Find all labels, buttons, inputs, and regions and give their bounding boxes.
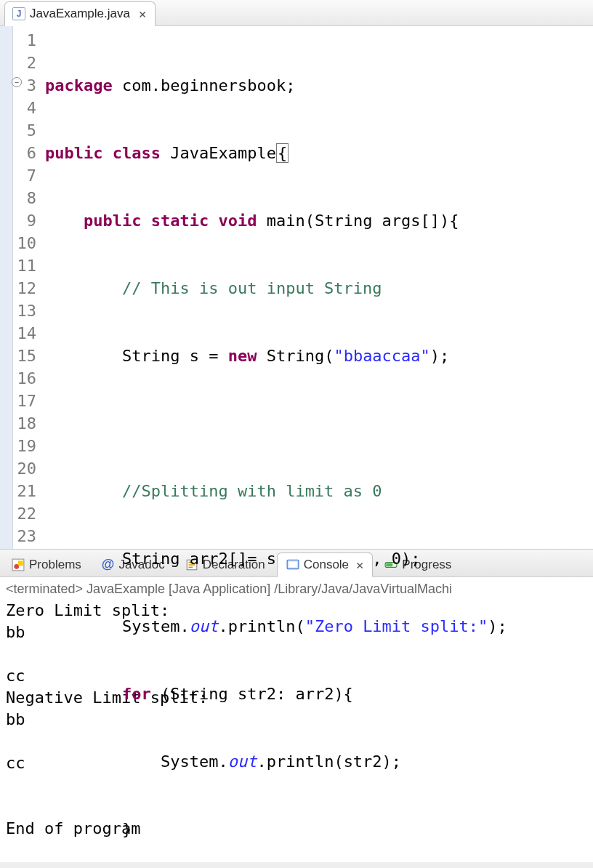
marker-gutter: −	[0, 26, 13, 549]
line-number: 4	[13, 97, 36, 119]
code-line: package com.beginnersbook;	[45, 74, 593, 97]
code-area[interactable]: package com.beginnersbook; public class …	[41, 26, 593, 549]
line-number: 23	[13, 525, 36, 547]
svg-rect-2	[18, 560, 23, 566]
line-number: 7	[13, 164, 36, 187]
line-number: 16	[13, 367, 36, 390]
line-number: 9	[13, 209, 36, 232]
line-number: 6	[13, 142, 36, 164]
problems-icon	[12, 558, 25, 571]
svg-rect-5	[289, 562, 296, 568]
code-line: public class JavaExample{	[45, 142, 593, 164]
code-line: for (String str2: arr2){	[45, 683, 593, 705]
line-number: 17	[13, 390, 36, 412]
line-number: 15	[13, 345, 36, 367]
line-number-gutter: 1 2 3 4 5 6 7 8 9 10 11 12 13 14 15 16 1…	[13, 26, 41, 549]
code-line	[45, 412, 593, 435]
editor-area: − 1 2 3 4 5 6 7 8 9 10 11 12 13 14 15 16…	[0, 26, 593, 550]
line-number: 20	[13, 457, 36, 480]
line-number: 12	[13, 277, 36, 300]
line-number: 13	[13, 300, 36, 322]
line-number: 21	[13, 480, 36, 502]
java-file-icon: J	[12, 7, 25, 20]
line-number: 14	[13, 322, 36, 345]
code-line: public static void main(String args[]){	[45, 209, 593, 232]
line-number: 22	[13, 502, 36, 525]
line-number: 1	[13, 29, 36, 52]
fold-toggle-icon[interactable]: −	[12, 77, 22, 87]
tab-console[interactable]: Console ✕	[277, 552, 374, 577]
close-icon[interactable]: ✕	[356, 558, 363, 572]
line-number: 18	[13, 412, 36, 435]
line-number: 11	[13, 254, 36, 277]
line-number: 2	[13, 52, 36, 74]
line-number: 5	[13, 119, 36, 142]
code-line: }	[45, 818, 593, 840]
code-line: System.out.println(str2);	[45, 750, 593, 773]
line-number: 10	[13, 232, 36, 254]
code-line: String s = new String("bbaaccaa");	[45, 345, 593, 367]
code-line: //Splitting with limit as 0	[45, 480, 593, 502]
close-icon[interactable]: ✕	[139, 7, 146, 21]
editor-tab-javaexample[interactable]: J JavaExample.java ✕	[4, 1, 156, 26]
code-line: System.out.println("Zero Limit split:");	[45, 615, 593, 638]
code-line: // This is out input String	[45, 277, 593, 300]
tab-label: Console	[304, 558, 349, 572]
line-number: 8	[13, 187, 36, 209]
console-icon	[286, 558, 299, 571]
line-number: 19	[13, 435, 36, 457]
editor-tab-label: JavaExample.java	[30, 7, 130, 21]
editor-tab-row: J JavaExample.java ✕	[0, 0, 593, 26]
